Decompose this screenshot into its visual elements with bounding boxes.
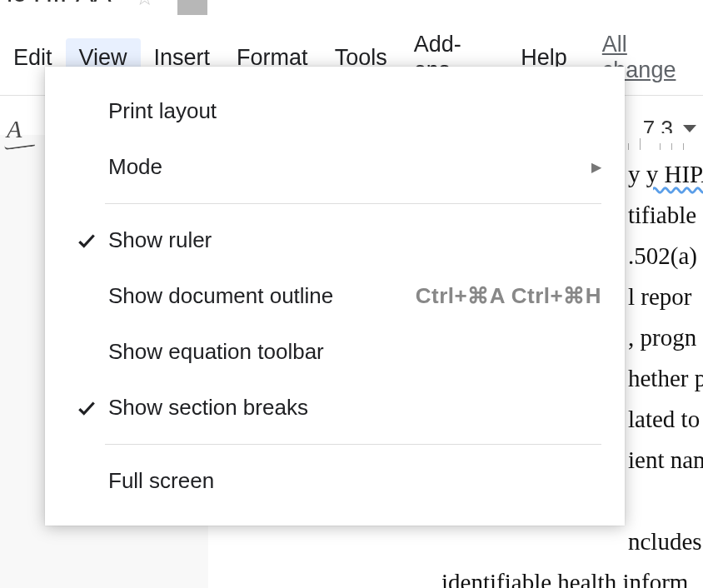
menu-separator	[105, 444, 601, 445]
menu-show-outline[interactable]: Show document outline Ctrl+⌘A Ctrl+⌘H	[45, 268, 625, 324]
menu-mode[interactable]: Mode ▶	[45, 139, 625, 195]
underlined-text: y HIPA	[646, 161, 703, 187]
menu-separator	[105, 203, 601, 204]
ruler-tick	[640, 138, 641, 150]
menu-show-equation-label: Show equation toolbar	[105, 339, 601, 365]
menu-full-screen[interactable]: Full screen	[45, 453, 625, 509]
menu-show-equation-toolbar[interactable]: Show equation toolbar	[45, 324, 625, 380]
menu-full-screen-label: Full screen	[105, 468, 601, 494]
chevron-down-icon	[683, 125, 696, 132]
menu-show-ruler-label: Show ruler	[105, 227, 601, 253]
check-icon	[68, 230, 105, 252]
star-icon[interactable]: ☆	[135, 0, 154, 2]
menu-print-layout[interactable]: Print layout	[45, 83, 625, 139]
document-title-bar: ic HIPAA ☆	[0, 0, 703, 20]
menu-show-outline-label: Show document outline	[105, 283, 416, 309]
text-line: ncludes	[408, 521, 703, 562]
view-dropdown-menu: Print layout Mode ▶ Show ruler Show docu…	[45, 67, 625, 526]
menu-show-section-breaks[interactable]: Show section breaks	[45, 380, 625, 436]
ruler-tick	[671, 143, 672, 150]
text-line: identifiable health inform	[408, 562, 703, 588]
menu-show-ruler[interactable]: Show ruler	[45, 212, 625, 268]
ruler-tick	[660, 143, 661, 150]
ruler-tick	[683, 143, 684, 150]
clear-formatting-icon[interactable]: A	[7, 115, 20, 143]
menu-print-layout-label: Print layout	[105, 98, 601, 124]
ruler	[620, 133, 703, 150]
check-icon	[68, 397, 105, 419]
menu-show-section-label: Show section breaks	[105, 395, 601, 421]
folder-icon[interactable]	[177, 0, 207, 15]
menu-shortcut: Ctrl+⌘A Ctrl+⌘H	[416, 283, 601, 309]
menu-mode-label: Mode	[105, 154, 591, 180]
submenu-arrow-icon: ▶	[591, 159, 601, 175]
ruler-tick	[628, 143, 629, 150]
